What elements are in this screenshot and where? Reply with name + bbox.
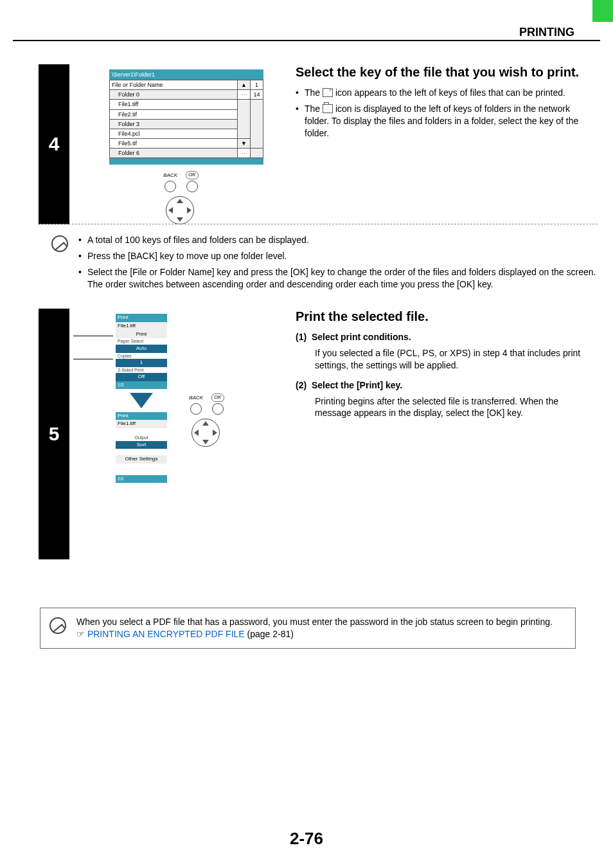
sub2-num: (2) bbox=[296, 380, 306, 390]
dashed-separator bbox=[40, 224, 598, 224]
mp-spacer bbox=[116, 464, 167, 475]
mp-head: Print bbox=[116, 314, 167, 322]
pointer-icon: ☞ bbox=[76, 629, 85, 639]
callout-2: (2) bbox=[58, 355, 68, 366]
sub1-body: If you selected a file (PCL, PS, or XPS)… bbox=[296, 347, 581, 372]
mp-other-settings: Other Settings bbox=[116, 455, 167, 464]
mp-paper-label: Paper Select bbox=[116, 338, 167, 344]
step4-note: A total of 100 keys of files and folders… bbox=[51, 234, 598, 294]
ok-button-graphic: OK bbox=[211, 392, 224, 415]
page-current: 1 bbox=[251, 80, 263, 90]
callout-line-1 bbox=[73, 336, 113, 336]
back-label: BACK bbox=[187, 395, 205, 402]
ok-label: OK bbox=[186, 171, 199, 179]
ok-button-icon bbox=[186, 181, 198, 192]
sub1-num: (1) bbox=[296, 332, 306, 342]
final-note-line1: When you select a PDF file that has a pa… bbox=[76, 616, 565, 628]
mp-copies-label: Copies bbox=[116, 353, 167, 359]
step-number-4: 4 bbox=[39, 64, 69, 224]
step4-illustration: \Server1\Folder1 File or Folder Name ▲ 1… bbox=[77, 64, 283, 224]
print-settings-panel-1: Print File1.tiff Print Paper Select Auto… bbox=[116, 314, 167, 389]
ok-button-icon bbox=[212, 403, 224, 415]
mp-output-value: Sort bbox=[116, 441, 167, 449]
step5-illustration: (1) (2) Print File1.tiff Print Paper Sel… bbox=[77, 309, 283, 559]
mp-copies-value: 1 bbox=[116, 359, 167, 367]
device-file-list-panel: \Server1\Folder1 File or Folder Name ▲ 1… bbox=[109, 69, 263, 165]
back-label: BACK bbox=[161, 172, 179, 179]
header-section-title: PRINTING bbox=[519, 24, 574, 40]
dpad-icon bbox=[191, 419, 220, 447]
folder-icon bbox=[323, 104, 333, 113]
note-item: Press the [BACK] key to move up one fold… bbox=[78, 250, 598, 262]
mp-spacer bbox=[116, 428, 167, 435]
column-header: File or Folder Name bbox=[110, 80, 238, 90]
sort-arrow-up-icon: ▲ bbox=[238, 80, 251, 90]
note-item: Select the [File or Folder Name] key and… bbox=[78, 266, 598, 291]
ok-label: OK bbox=[211, 393, 224, 402]
mp-filename: File1.tiff bbox=[116, 420, 167, 428]
list-item: Folder 3 bbox=[110, 119, 238, 129]
ok-button-graphic: OK bbox=[186, 170, 199, 192]
more-icon: ··· bbox=[238, 90, 251, 100]
more-icon: ··· bbox=[238, 149, 251, 158]
note-item: A total of 100 keys of files and folders… bbox=[78, 234, 598, 246]
sub1-title: Select print conditions. bbox=[312, 332, 411, 342]
step4-bullet: The icon appears to the left of keys of … bbox=[296, 87, 581, 99]
list-item: File4.pcl bbox=[110, 129, 238, 138]
mp-pager: 1/2 bbox=[116, 381, 167, 388]
hardware-buttons: BACK OK bbox=[173, 392, 238, 447]
mp-head: Print bbox=[116, 412, 167, 420]
list-item: Folder 0 bbox=[110, 90, 238, 100]
back-button-graphic: BACK bbox=[161, 170, 179, 192]
step4-title: Select the key of the file that you wish… bbox=[296, 64, 581, 80]
header-rule bbox=[13, 40, 600, 41]
mp-output-label: Output bbox=[116, 435, 167, 440]
mp-2sided-label: 2-Sided Print bbox=[116, 367, 167, 373]
scrollbar-track bbox=[238, 100, 251, 139]
spacer bbox=[251, 149, 263, 158]
spacer bbox=[251, 100, 263, 149]
mp-paper-value: Auto bbox=[116, 345, 167, 353]
mp-print-btn: Print bbox=[116, 330, 167, 339]
callout-line-2 bbox=[73, 359, 113, 359]
mp-2sided-value: Off bbox=[116, 373, 167, 381]
print-settings-panel-2: Print File1.tiff Output Sort Other Setti… bbox=[116, 412, 167, 483]
page-total: 14 bbox=[251, 90, 263, 100]
mp-pager: 2/2 bbox=[116, 475, 167, 482]
panel-bottom-bar bbox=[109, 158, 263, 165]
note-icon bbox=[51, 235, 68, 252]
list-item: File2.tif bbox=[110, 109, 238, 119]
list-item: Folder 6 bbox=[110, 149, 238, 158]
encrypted-pdf-link[interactable]: PRINTING AN ENCRYPTED PDF FILE bbox=[87, 629, 245, 639]
list-item: File5.tif bbox=[110, 138, 238, 148]
back-button-graphic: BACK bbox=[187, 393, 205, 415]
step4-bullets: The icon appears to the left of keys of … bbox=[296, 87, 581, 140]
file-icon bbox=[323, 88, 333, 97]
callout-1: (1) bbox=[58, 332, 68, 343]
scroll-down-icon: ▼ bbox=[238, 138, 251, 148]
flow-down-arrow-icon bbox=[130, 393, 153, 408]
sub2-body: Printing begins after the selected file … bbox=[296, 395, 581, 420]
link-page-ref: (page 2-81) bbox=[245, 629, 294, 639]
sub2-title: Select the [Print] key. bbox=[312, 380, 402, 390]
note-icon bbox=[49, 617, 66, 634]
step5-title: Print the selected file. bbox=[296, 309, 581, 325]
dpad-icon bbox=[166, 196, 194, 224]
back-button-icon bbox=[164, 181, 176, 192]
final-note-box: When you select a PDF file that has a pa… bbox=[40, 608, 576, 649]
hardware-buttons: BACK OK bbox=[148, 170, 212, 224]
list-item: File1.tiff bbox=[110, 100, 238, 109]
mp-spacer bbox=[116, 449, 167, 455]
step4-bullet: The icon is displayed to the left of key… bbox=[296, 103, 581, 140]
mp-filename: File1.tiff bbox=[116, 322, 167, 330]
step-number-5: 5 bbox=[39, 309, 69, 559]
page-number: 2-76 bbox=[0, 827, 613, 850]
panel-titlebar: \Server1\Folder1 bbox=[109, 69, 263, 80]
section-color-tab bbox=[592, 0, 613, 22]
back-button-icon bbox=[190, 403, 202, 415]
